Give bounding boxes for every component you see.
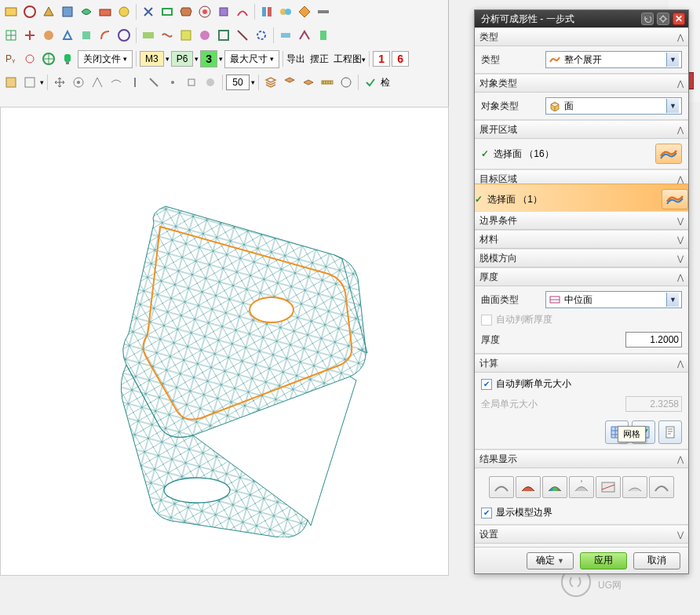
ok-button[interactable]: 确定▼ bbox=[527, 552, 574, 570]
tool-icon[interactable] bbox=[2, 27, 20, 44]
light-icon[interactable] bbox=[59, 50, 76, 67]
tool-icon[interactable] bbox=[164, 74, 181, 91]
max-size-button[interactable]: 最大尺寸▾ bbox=[224, 50, 279, 68]
result-curve-icon[interactable] bbox=[649, 476, 674, 498]
checkbox-unchecked[interactable] bbox=[481, 315, 492, 326]
tool-icon[interactable] bbox=[2, 3, 20, 20]
result-flat-icon[interactable] bbox=[622, 476, 647, 498]
tool-icon[interactable] bbox=[177, 3, 195, 20]
measure-icon[interactable] bbox=[319, 74, 336, 91]
drawing-button[interactable]: 工程图▾ bbox=[334, 53, 366, 66]
pick-face-button[interactable] bbox=[655, 144, 682, 164]
tool-icon[interactable] bbox=[21, 50, 38, 67]
tool-icon[interactable] bbox=[126, 74, 144, 91]
tool-icon[interactable] bbox=[196, 3, 213, 20]
tool-icon[interactable] bbox=[215, 3, 232, 20]
auto-element-checkbox-row[interactable]: ✔ 自动判断单元大小 bbox=[481, 377, 682, 391]
tool-icon[interactable] bbox=[196, 27, 213, 44]
tool-icon[interactable]: Pᵧ bbox=[2, 50, 20, 67]
indicator-6[interactable]: 6 bbox=[392, 51, 409, 67]
tool-icon[interactable] bbox=[277, 3, 294, 20]
m3-button[interactable]: M3 bbox=[140, 51, 164, 67]
move-icon[interactable] bbox=[51, 74, 68, 91]
tool-icon[interactable] bbox=[159, 3, 176, 20]
section-unfold-region[interactable]: 展开区域 ⋀ bbox=[475, 120, 688, 139]
export-button[interactable]: 导出 bbox=[286, 53, 305, 66]
indicator-1[interactable]: 1 bbox=[373, 51, 390, 67]
tool-icon[interactable] bbox=[300, 74, 317, 91]
settings-icon[interactable] bbox=[657, 13, 669, 25]
tool-icon[interactable] bbox=[281, 74, 298, 91]
section-settings[interactable]: 设置 ⋁ bbox=[475, 525, 688, 544]
tool-icon[interactable] bbox=[234, 3, 251, 20]
tool-icon[interactable] bbox=[21, 3, 38, 20]
tool-icon[interactable] bbox=[115, 3, 133, 20]
viewport-3d[interactable] bbox=[0, 107, 449, 576]
tool-icon[interactable] bbox=[296, 27, 313, 44]
checkbox-checked[interactable]: ✔ bbox=[481, 508, 492, 519]
tool-icon[interactable] bbox=[78, 27, 95, 44]
tool-icon[interactable] bbox=[277, 27, 294, 44]
pick-face-button[interactable] bbox=[662, 189, 688, 209]
tool-icon[interactable] bbox=[59, 3, 76, 20]
tool-icon[interactable] bbox=[97, 3, 114, 20]
tool-icon[interactable] bbox=[296, 3, 313, 20]
p6-button[interactable]: P6 bbox=[171, 51, 194, 67]
result-strain-icon[interactable] bbox=[542, 476, 567, 498]
tool-icon[interactable] bbox=[40, 3, 57, 20]
tool-icon[interactable] bbox=[202, 74, 219, 91]
section-object-type[interactable]: 对象类型 ⋀ bbox=[475, 74, 688, 93]
section-boundary[interactable]: 边界条件 ⋁ bbox=[475, 211, 688, 230]
tool-icon[interactable] bbox=[140, 3, 157, 20]
place-button[interactable]: 摆正 bbox=[310, 53, 329, 66]
section-type[interactable]: 类型 ⋀ bbox=[475, 27, 688, 46]
section-thickness[interactable]: 厚度 ⋀ bbox=[475, 267, 688, 286]
layer-icon[interactable] bbox=[262, 74, 279, 91]
close-file-button[interactable]: 关闭文件▾ bbox=[78, 50, 133, 68]
result-spring-icon[interactable] bbox=[569, 476, 594, 498]
tool-icon[interactable] bbox=[59, 27, 76, 44]
tool-icon[interactable] bbox=[253, 27, 270, 44]
type-select[interactable]: 整个展开 ▼ bbox=[545, 51, 682, 68]
tool-icon[interactable] bbox=[21, 27, 38, 44]
tool-icon[interactable] bbox=[315, 3, 332, 20]
tool-icon[interactable] bbox=[108, 74, 125, 91]
tool-icon[interactable] bbox=[215, 27, 232, 44]
tool-icon[interactable] bbox=[115, 27, 133, 44]
tool-icon[interactable] bbox=[70, 74, 87, 91]
tool-icon[interactable] bbox=[78, 3, 95, 20]
tool-icon[interactable] bbox=[89, 74, 106, 91]
tool-icon[interactable] bbox=[315, 27, 332, 44]
tool-icon[interactable] bbox=[183, 74, 200, 91]
show-boundary-checkbox-row[interactable]: ✔ 显示模型边界 bbox=[481, 506, 682, 519]
section-draft[interactable]: 脱模方向 ⋁ bbox=[475, 249, 688, 267]
result-thickness-icon[interactable] bbox=[489, 476, 514, 498]
tool-icon[interactable] bbox=[97, 27, 114, 44]
apply-button[interactable]: 应用 bbox=[580, 552, 627, 570]
checkbox-checked[interactable]: ✔ bbox=[481, 379, 492, 390]
select-face-1-row[interactable]: ✓ 选择面 （1） bbox=[475, 184, 688, 215]
tool-icon[interactable] bbox=[40, 50, 57, 67]
tool-icon[interactable] bbox=[140, 27, 157, 44]
tool-icon[interactable] bbox=[145, 74, 162, 91]
tool-icon[interactable] bbox=[40, 27, 57, 44]
tool-icon[interactable] bbox=[177, 27, 195, 44]
object-type-select[interactable]: 面 ▼ bbox=[545, 97, 682, 115]
cancel-button[interactable]: 取消 bbox=[633, 552, 680, 570]
tool-icon[interactable] bbox=[159, 27, 176, 44]
report-button[interactable] bbox=[658, 420, 682, 444]
thickness-input[interactable] bbox=[625, 332, 682, 348]
section-calc[interactable]: 计算 ⋀ bbox=[475, 354, 688, 373]
section-results[interactable]: 结果显示 ⋀ bbox=[475, 449, 688, 468]
three-button[interactable]: 3 bbox=[200, 50, 217, 67]
tool-icon[interactable] bbox=[337, 74, 355, 91]
surface-type-select[interactable]: 中位面 ▼ bbox=[545, 291, 682, 308]
number-field-50[interactable] bbox=[226, 75, 250, 90]
tool-icon[interactable] bbox=[21, 74, 38, 91]
undo-icon[interactable] bbox=[641, 13, 654, 25]
section-material[interactable]: 材料 ⋁ bbox=[475, 230, 688, 249]
tool-icon[interactable] bbox=[2, 74, 20, 91]
tool-icon[interactable] bbox=[258, 3, 275, 20]
result-stress-icon[interactable] bbox=[516, 476, 541, 498]
close-icon[interactable]: ✕ bbox=[673, 13, 685, 25]
